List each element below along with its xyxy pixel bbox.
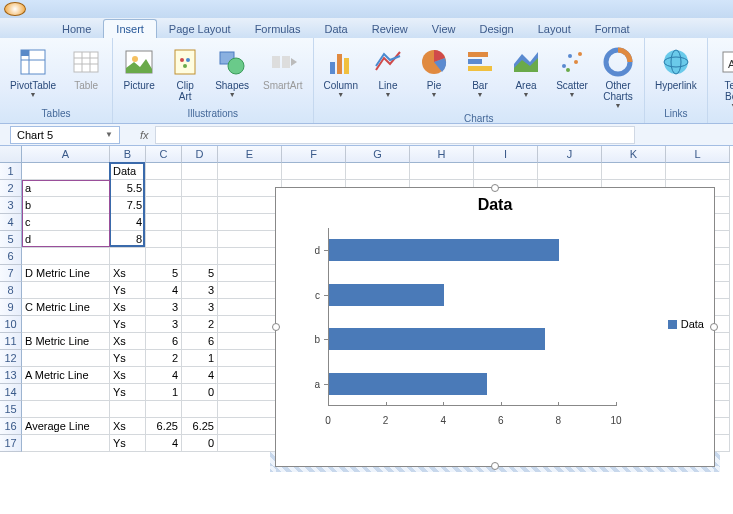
tab-insert[interactable]: Insert: [103, 19, 157, 38]
cell-A9[interactable]: C Metric Line: [22, 299, 110, 316]
bar-chart-button[interactable]: Bar▼: [460, 44, 500, 100]
col-header-D[interactable]: D: [182, 146, 218, 163]
col-header-A[interactable]: A: [22, 146, 110, 163]
cell-D11[interactable]: 6: [182, 333, 218, 350]
scatter-chart-button[interactable]: Scatter▼: [552, 44, 592, 100]
cell-D16[interactable]: 6.25: [182, 418, 218, 435]
tab-format[interactable]: Format: [583, 20, 642, 38]
cell-B16[interactable]: Xs: [110, 418, 146, 435]
select-all-corner[interactable]: [0, 146, 22, 163]
row-header-15[interactable]: 15: [0, 401, 22, 418]
cell-A4[interactable]: c: [22, 214, 110, 231]
col-header-L[interactable]: L: [666, 146, 730, 163]
tab-formulas[interactable]: Formulas: [243, 20, 313, 38]
cell-D12[interactable]: 1: [182, 350, 218, 367]
row-header-14[interactable]: 14: [0, 384, 22, 401]
cell-B7[interactable]: Xs: [110, 265, 146, 282]
cell-B3[interactable]: 7.5: [110, 197, 146, 214]
cell-D9[interactable]: 3: [182, 299, 218, 316]
formula-bar[interactable]: [155, 126, 635, 144]
tab-home[interactable]: Home: [50, 20, 103, 38]
row-header-2[interactable]: 2: [0, 180, 22, 197]
cell-D13[interactable]: 4: [182, 367, 218, 384]
cell-D14[interactable]: 0: [182, 384, 218, 401]
col-header-J[interactable]: J: [538, 146, 602, 163]
cell-A5[interactable]: d: [22, 231, 110, 248]
col-header-B[interactable]: B: [110, 146, 146, 163]
name-box[interactable]: Chart 5▼: [10, 126, 120, 144]
chart-handle[interactable]: [491, 184, 499, 192]
row-header-8[interactable]: 8: [0, 282, 22, 299]
tab-data[interactable]: Data: [312, 20, 359, 38]
cell-B5[interactable]: 8: [110, 231, 146, 248]
chart-plot-area[interactable]: 0246810dcba: [296, 228, 616, 428]
row-header-4[interactable]: 4: [0, 214, 22, 231]
cell-B13[interactable]: Xs: [110, 367, 146, 384]
pivottable-button[interactable]: PivotTable▼: [6, 44, 60, 100]
textbox-button[interactable]: AText Box▼: [714, 44, 733, 111]
area-chart-button[interactable]: Area▼: [506, 44, 546, 100]
cell-B1[interactable]: Data: [110, 163, 146, 180]
col-header-K[interactable]: K: [602, 146, 666, 163]
row-header-10[interactable]: 10: [0, 316, 22, 333]
chart-handle[interactable]: [491, 462, 499, 470]
cell-C17[interactable]: 4: [146, 435, 182, 452]
row-header-12[interactable]: 12: [0, 350, 22, 367]
cell-C11[interactable]: 6: [146, 333, 182, 350]
chart-legend[interactable]: Data: [668, 318, 704, 330]
pie-chart-button[interactable]: Pie▼: [414, 44, 454, 100]
chart-handle[interactable]: [272, 323, 280, 331]
cell-D10[interactable]: 2: [182, 316, 218, 333]
cell-D8[interactable]: 3: [182, 282, 218, 299]
cell-A7[interactable]: D Metric Line: [22, 265, 110, 282]
cell-C8[interactable]: 4: [146, 282, 182, 299]
col-header-E[interactable]: E: [218, 146, 282, 163]
picture-button[interactable]: Picture: [119, 44, 159, 93]
chart-bar-a[interactable]: [329, 373, 487, 395]
cell-A2[interactable]: a: [22, 180, 110, 197]
tab-review[interactable]: Review: [360, 20, 420, 38]
cell-A16[interactable]: Average Line: [22, 418, 110, 435]
cell-B11[interactable]: Xs: [110, 333, 146, 350]
col-header-F[interactable]: F: [282, 146, 346, 163]
hyperlink-button[interactable]: Hyperlink: [651, 44, 701, 93]
tab-view[interactable]: View: [420, 20, 468, 38]
cell-B17[interactable]: Ys: [110, 435, 146, 452]
row-header-11[interactable]: 11: [0, 333, 22, 350]
row-header-17[interactable]: 17: [0, 435, 22, 452]
column-chart-button[interactable]: Column▼: [320, 44, 362, 100]
office-button[interactable]: [4, 2, 26, 16]
row-header-6[interactable]: 6: [0, 248, 22, 265]
cell-B8[interactable]: Ys: [110, 282, 146, 299]
line-chart-button[interactable]: Line▼: [368, 44, 408, 100]
embedded-chart[interactable]: Data 0246810dcba Data: [275, 187, 715, 467]
cell-C10[interactable]: 3: [146, 316, 182, 333]
cell-D7[interactable]: 5: [182, 265, 218, 282]
row-header-1[interactable]: 1: [0, 163, 22, 180]
cell-C14[interactable]: 1: [146, 384, 182, 401]
col-header-H[interactable]: H: [410, 146, 474, 163]
cell-C9[interactable]: 3: [146, 299, 182, 316]
row-header-16[interactable]: 16: [0, 418, 22, 435]
clipart-button[interactable]: Clip Art: [165, 44, 205, 104]
row-header-7[interactable]: 7: [0, 265, 22, 282]
row-header-3[interactable]: 3: [0, 197, 22, 214]
cell-C13[interactable]: 4: [146, 367, 182, 384]
cell-B14[interactable]: Ys: [110, 384, 146, 401]
worksheet[interactable]: ABCDEFGHIJKL 1234567891011121314151617 D…: [0, 146, 733, 514]
col-header-G[interactable]: G: [346, 146, 410, 163]
col-header-I[interactable]: I: [474, 146, 538, 163]
cell-A11[interactable]: B Metric Line: [22, 333, 110, 350]
row-header-5[interactable]: 5: [0, 231, 22, 248]
tab-design[interactable]: Design: [467, 20, 525, 38]
tab-page-layout[interactable]: Page Layout: [157, 20, 243, 38]
cell-B9[interactable]: Xs: [110, 299, 146, 316]
other-charts-button[interactable]: Other Charts▼: [598, 44, 638, 111]
chart-handle[interactable]: [710, 323, 718, 331]
row-header-9[interactable]: 9: [0, 299, 22, 316]
cell-B10[interactable]: Ys: [110, 316, 146, 333]
cell-D17[interactable]: 0: [182, 435, 218, 452]
cell-A3[interactable]: b: [22, 197, 110, 214]
cell-B12[interactable]: Ys: [110, 350, 146, 367]
chart-bar-b[interactable]: [329, 328, 545, 350]
